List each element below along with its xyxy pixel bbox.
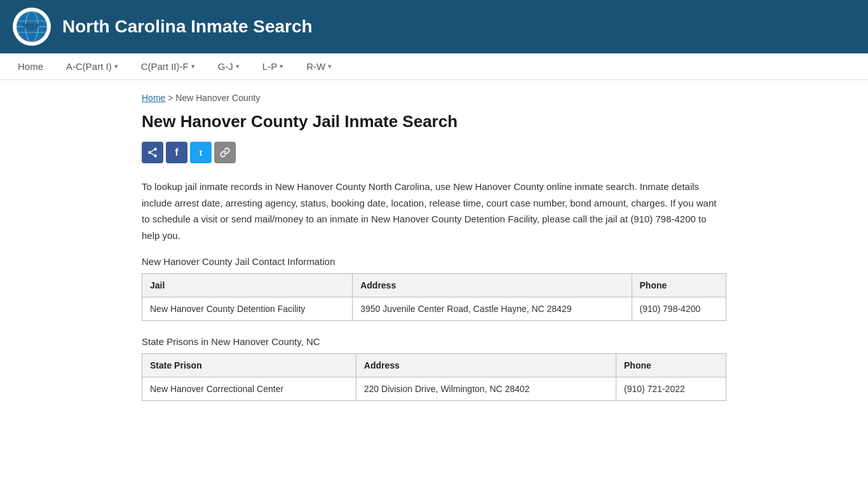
breadcrumb-home-link[interactable]: Home xyxy=(142,93,165,103)
table-row: New Hanover County Detention Facility 39… xyxy=(142,297,726,321)
site-logo xyxy=(13,8,51,46)
twitter-button[interactable]: t xyxy=(190,142,212,163)
jail-col-phone: Phone xyxy=(632,274,726,297)
jail-row-address: 3950 Juvenile Center Road, Castle Hayne,… xyxy=(353,297,632,321)
page-description: To lookup jail inmate records in New Han… xyxy=(142,179,726,243)
page-title: New Hanover County Jail Inmate Search xyxy=(142,112,726,132)
jail-section-label: New Hanover County Jail Contact Informat… xyxy=(142,256,726,267)
share-button[interactable] xyxy=(142,142,163,163)
site-header: North Carolina Inmate Search xyxy=(0,0,868,53)
breadcrumb-current: New Hanover County xyxy=(175,93,260,103)
nav-rw-arrow: ▾ xyxy=(328,62,332,71)
nav-lp-arrow: ▾ xyxy=(280,62,283,71)
jail-row-name: New Hanover County Detention Facility xyxy=(142,297,353,321)
social-buttons: f t xyxy=(142,142,726,163)
prison-col-prison: State Prison xyxy=(142,354,356,377)
facebook-icon: f xyxy=(175,147,178,158)
main-content: Home > New Hanover County New Hanover Co… xyxy=(123,80,745,429)
svg-point-5 xyxy=(154,148,157,151)
jail-col-jail: Jail xyxy=(142,274,353,297)
svg-line-8 xyxy=(151,153,154,155)
breadcrumb-separator: > xyxy=(168,93,173,103)
nav-ac-part1-arrow: ▾ xyxy=(114,62,118,71)
nav-lp[interactable]: L-P ▾ xyxy=(251,53,295,79)
nav-gj[interactable]: G-J ▾ xyxy=(207,53,251,79)
svg-point-6 xyxy=(148,151,151,154)
table-row: New Hanover Correctional Center 220 Divi… xyxy=(142,377,726,401)
jail-col-address: Address xyxy=(353,274,632,297)
jail-table: Jail Address Phone New Hanover County De… xyxy=(142,273,726,321)
copy-link-button[interactable] xyxy=(214,142,236,163)
nav-gj-arrow: ▾ xyxy=(236,62,240,71)
prison-row-address: 220 Division Drive, Wilmington, NC 28402 xyxy=(356,377,616,401)
nav-c-part2-f-arrow: ▾ xyxy=(191,62,195,71)
nav-c-part2-f[interactable]: C(Part II)-F ▾ xyxy=(130,53,207,79)
site-title: North Carolina Inmate Search xyxy=(62,17,313,37)
svg-point-7 xyxy=(154,154,157,158)
twitter-icon: t xyxy=(200,148,202,158)
breadcrumb: Home > New Hanover County xyxy=(142,93,726,103)
prison-table: State Prison Address Phone New Hanover C… xyxy=(142,353,726,401)
facebook-button[interactable]: f xyxy=(166,142,187,163)
svg-line-9 xyxy=(151,150,154,152)
nav-ac-part1[interactable]: A-C(Part I) ▾ xyxy=(55,53,130,79)
prison-col-phone: Phone xyxy=(616,354,726,377)
nav-home[interactable]: Home xyxy=(6,53,55,79)
main-nav: Home A-C(Part I) ▾ C(Part II)-F ▾ G-J ▾ … xyxy=(0,53,868,80)
prison-row-name: New Hanover Correctional Center xyxy=(142,377,356,401)
prison-col-address: Address xyxy=(356,354,616,377)
jail-row-phone: (910) 798-4200 xyxy=(632,297,726,321)
prison-row-phone: (910) 721-2022 xyxy=(616,377,726,401)
nav-rw[interactable]: R-W ▾ xyxy=(295,53,343,79)
prison-section-label: State Prisons in New Hanover County, NC xyxy=(142,336,726,347)
